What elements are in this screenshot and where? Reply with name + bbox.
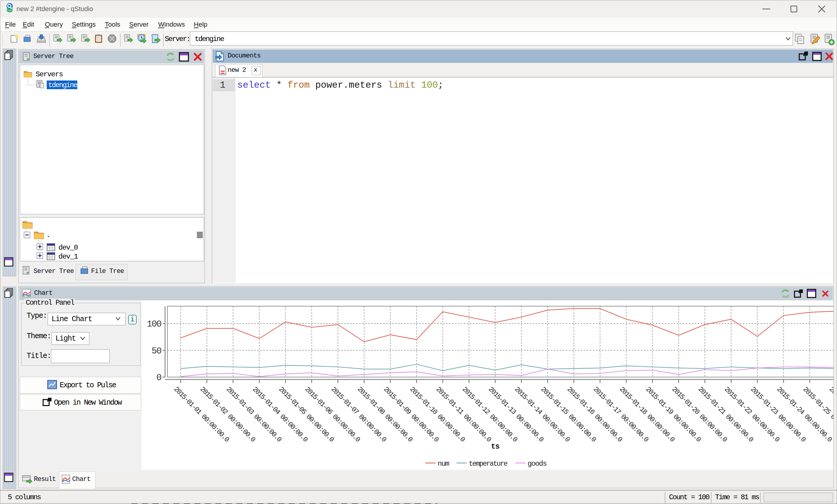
svg-text:num: num bbox=[438, 460, 449, 468]
svg-text:0: 0 bbox=[156, 373, 161, 383]
svg-text:100: 100 bbox=[147, 319, 161, 329]
svg-text:ts: ts bbox=[491, 442, 499, 451]
svg-text:temperature: temperature bbox=[469, 460, 507, 468]
svg-text:goods: goods bbox=[528, 460, 547, 468]
svg-text:50: 50 bbox=[152, 346, 161, 356]
svg-text:2015-01-01 00:00:00.0: 2015-01-01 00:00:00.0 bbox=[172, 386, 230, 444]
